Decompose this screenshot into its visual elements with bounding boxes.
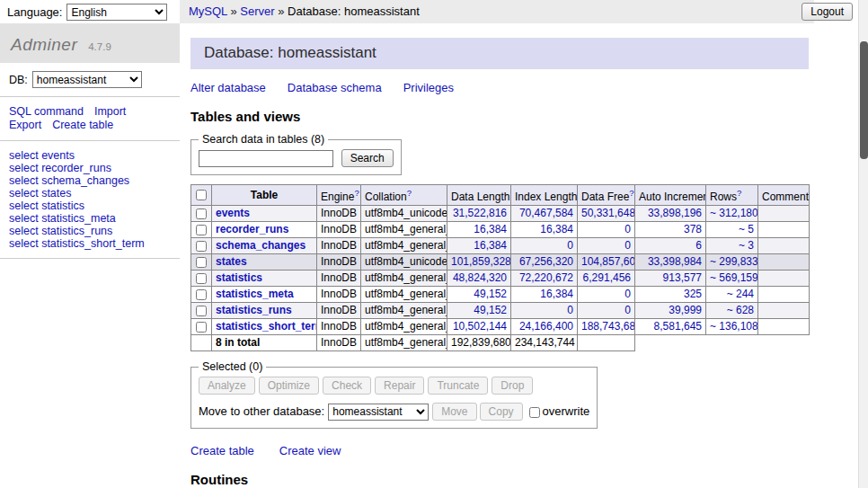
sidebar-table-link[interactable]: select statistics_short_term [9, 237, 171, 250]
scrollbar-thumb[interactable] [860, 41, 868, 159]
cell-index-length: 70,467,584 [511, 206, 578, 222]
cell-data-length: 49,152 [447, 303, 511, 319]
move-button[interactable]: Move [432, 403, 476, 421]
language-select[interactable]: English [66, 4, 167, 21]
sidebar: Adminer 4.7.9 DB:homeassistant SQL comma… [0, 23, 180, 488]
move-database-select[interactable]: homeassistant [328, 404, 429, 421]
create-link[interactable]: Create table [190, 444, 254, 457]
db-selector-row: DB:homeassistant [0, 63, 180, 97]
sidebar-table-link[interactable]: select recorder_runs [9, 162, 171, 174]
breadcrumb-separator: » [227, 4, 240, 18]
column-help-link[interactable]: ? [354, 188, 359, 198]
cell-data-free: 50,331,648 [578, 206, 635, 222]
cell-engine: InnoDB [317, 271, 361, 287]
database-action-link[interactable]: Alter database [190, 81, 266, 94]
search-button[interactable]: Search [341, 149, 394, 167]
cell-collation: utf8mb4_general_ci [361, 287, 447, 303]
row-checkbox[interactable] [196, 257, 207, 268]
create-link[interactable]: Create view [279, 444, 341, 457]
row-checkbox[interactable] [196, 289, 207, 300]
cell-collation: utf8mb4_general_ci [361, 303, 447, 319]
create-links: Create tableCreate view [190, 444, 809, 457]
select-all-checkbox[interactable] [196, 190, 207, 200]
database-action-link[interactable]: Database schema [288, 81, 382, 94]
top-bar: Language:English MySQL » Server » Databa… [0, 0, 868, 23]
cell-engine: InnoDB [317, 254, 361, 271]
total-engine: InnoDB [317, 335, 361, 351]
bulk-action-button[interactable]: Optimize [259, 377, 319, 395]
bulk-action-button[interactable]: Repair [375, 377, 424, 395]
breadcrumb-item: Database: homeassistant [288, 4, 420, 18]
language-label: Language: [7, 5, 62, 19]
cell-comment [758, 271, 810, 287]
db-select[interactable]: homeassistant [32, 71, 142, 88]
cell-collation: utf8mb4_general_ci [361, 238, 447, 254]
table-name-link[interactable]: statistics_runs [216, 304, 292, 316]
cell-data-free: 6,291,456 [578, 271, 635, 287]
overwrite-checkbox[interactable] [529, 407, 540, 418]
sidebar-table-link[interactable]: select schema_changes [9, 174, 171, 187]
bulk-action-button[interactable]: Check [323, 377, 371, 395]
database-action-link[interactable]: Privileges [403, 81, 454, 94]
row-checkbox[interactable] [196, 209, 207, 219]
table-name-link[interactable]: events [216, 207, 250, 219]
row-checkbox[interactable] [196, 273, 207, 284]
cell-rows: ~ 569,159 [706, 271, 758, 287]
row-checkbox[interactable] [196, 241, 207, 252]
sidebar-action-link[interactable]: Create table [52, 119, 113, 131]
column-header: Collation? [361, 185, 447, 206]
sidebar-table-link[interactable]: select statistics_meta [9, 212, 171, 225]
sidebar-table-link[interactable]: select states [9, 187, 171, 200]
table-name-link[interactable]: recorder_runs [216, 223, 288, 235]
cell-auto-increment: 378 [635, 222, 706, 238]
db-label: DB: [9, 74, 28, 86]
column-help-link[interactable]: ? [737, 188, 741, 198]
breadcrumb-item[interactable]: MySQL [189, 4, 227, 18]
row-checkbox[interactable] [196, 225, 207, 235]
cell-data-free: 0 [578, 303, 635, 319]
column-help-link[interactable]: ? [629, 188, 633, 198]
table-row: statistics_short_termInnoDButf8mb4_gener… [191, 319, 810, 335]
sidebar-action-link[interactable]: SQL command [9, 105, 84, 118]
cell-engine: InnoDB [317, 222, 361, 238]
bulk-action-button[interactable]: Analyze [199, 377, 255, 395]
cell-auto-increment: 8,581,645 [635, 319, 706, 335]
row-checkbox[interactable] [196, 306, 207, 316]
table-name-link[interactable]: schema_changes [216, 239, 306, 252]
table-name-link[interactable]: statistics_meta [216, 288, 294, 300]
sidebar-action-link[interactable]: Import [94, 105, 126, 118]
cell-collation: utf8mb4_general_ci [361, 271, 447, 287]
copy-button[interactable]: Copy [480, 403, 523, 421]
column-header: Auto Increment? [635, 185, 706, 206]
table-row: recorder_runsInnoDButf8mb4_general_ci16,… [191, 222, 810, 238]
column-help-link[interactable]: ? [407, 188, 412, 198]
sidebar-table-links: select eventsselect recorder_runsselect … [0, 141, 180, 259]
cell-engine: InnoDB [317, 303, 361, 319]
row-checkbox[interactable] [196, 322, 207, 333]
database-actions: Alter databaseDatabase schemaPrivileges [190, 81, 809, 94]
bulk-action-button[interactable]: Truncate [428, 377, 488, 395]
sidebar-table-link[interactable]: select events [9, 149, 171, 162]
bulk-action-button[interactable]: Drop [492, 377, 533, 395]
cell-comment [758, 222, 810, 238]
table-name-link[interactable]: statistics_short_term [216, 320, 317, 333]
cell-comment [758, 254, 810, 271]
cell-engine: InnoDB [317, 319, 361, 335]
cell-comment [758, 206, 810, 222]
cell-data-free: 0 [578, 238, 635, 254]
cell-collation: utf8mb4_general_ci [361, 222, 447, 238]
breadcrumb-item[interactable]: Server [240, 4, 274, 18]
scrollbar[interactable] [858, 0, 868, 488]
app-name[interactable]: Adminer [11, 35, 77, 54]
table-name-link[interactable]: statistics [216, 271, 262, 284]
sidebar-table-link[interactable]: select statistics [9, 200, 171, 212]
breadcrumb: MySQL » Server » Database: homeassistant [180, 0, 814, 23]
search-input[interactable] [199, 150, 333, 167]
table-name-link[interactable]: states [216, 255, 247, 268]
sidebar-action-link[interactable]: Export [9, 119, 41, 131]
main-content: Database: homeassistant Alter databaseDa… [180, 23, 809, 488]
logout-button[interactable]: Logout [802, 3, 853, 21]
sidebar-table-link[interactable]: select statistics_runs [9, 225, 171, 237]
search-legend: Search data in tables (8) [199, 133, 328, 146]
cell-index-length: 0 [511, 303, 578, 319]
